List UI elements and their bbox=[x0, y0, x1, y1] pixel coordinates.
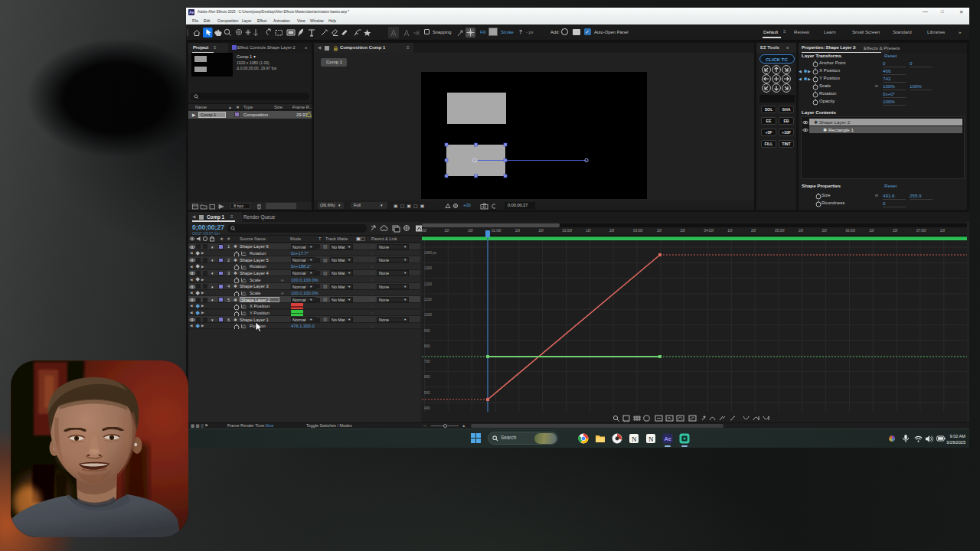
svg-text:Ae: Ae bbox=[664, 435, 671, 442]
svg-text:N: N bbox=[648, 435, 654, 443]
svg-text:N: N bbox=[632, 435, 637, 443]
